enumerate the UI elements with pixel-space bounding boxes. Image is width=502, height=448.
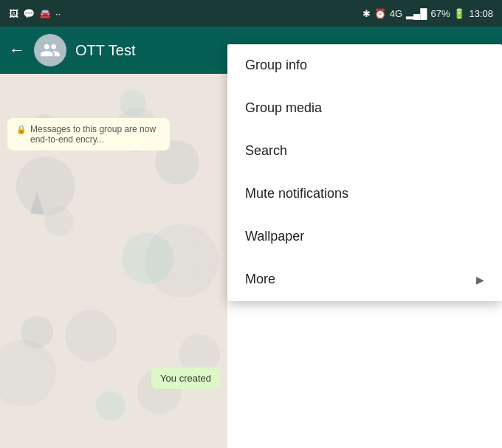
status-right-icons: ✱ ⏰ 4G ▂▄█ 67% 🔋 13:08 <box>362 8 493 19</box>
bluetooth-icon: ✱ <box>362 8 371 19</box>
dropdown-menu: Group info Group media Search Mute notif… <box>227 44 502 301</box>
status-bar: 🖼 💬 🚘 ·· ✱ ⏰ 4G ▂▄█ 67% 🔋 13:08 <box>0 0 502 27</box>
svg-point-4 <box>122 232 173 284</box>
lock-icon: 🔒 <box>16 125 27 134</box>
car-icon: 🚘 <box>39 8 51 19</box>
svg-point-3 <box>44 207 74 236</box>
menu-item-group-info-label: Group info <box>245 58 307 73</box>
battery-icon: 🔋 <box>453 8 465 19</box>
menu-item-more-label: More <box>245 272 275 287</box>
menu-item-search-label: Search <box>245 143 287 159</box>
network-type: 4G <box>390 8 402 19</box>
chevron-right-icon: ▶ <box>476 274 484 286</box>
menu-item-wallpaper-label: Wallpaper <box>245 229 304 244</box>
encryption-text: Messages to this group are now end-to-en… <box>30 124 161 145</box>
menu-item-wallpaper[interactable]: Wallpaper <box>227 216 502 258</box>
menu-item-mute-label: Mute notifications <box>245 186 348 201</box>
menu-item-group-media-label: Group media <box>245 100 322 116</box>
menu-item-group-media[interactable]: Group media <box>227 87 502 130</box>
gallery-icon: 🖼 <box>9 8 18 19</box>
signal-bars: ▂▄█ <box>406 8 427 19</box>
svg-point-7 <box>96 391 126 421</box>
menu-item-search[interactable]: Search <box>227 130 502 173</box>
chat-background: 🔒 Messages to this group are now end-to-… <box>0 74 227 448</box>
group-avatar-icon <box>40 40 61 61</box>
battery-percent: 67% <box>430 8 450 19</box>
svg-point-1 <box>120 90 146 117</box>
status-left-icons: 🖼 💬 🚘 ·· <box>9 8 61 19</box>
message-icon: 💬 <box>23 8 35 19</box>
you-created-bubble: You created <box>151 368 220 389</box>
alarm-icon: ⏰ <box>374 8 386 19</box>
avatar[interactable] <box>34 34 66 66</box>
menu-item-mute[interactable]: Mute notifications <box>227 173 502 216</box>
encryption-notice: 🔒 Messages to this group are now end-to-… <box>7 118 170 151</box>
svg-point-5 <box>21 316 53 348</box>
more-dots: ·· <box>55 8 61 19</box>
menu-item-group-info[interactable]: Group info <box>227 44 502 87</box>
menu-item-more[interactable]: More ▶ <box>227 258 502 301</box>
you-created-text: You created <box>160 373 211 384</box>
svg-marker-9 <box>30 192 44 214</box>
time-display: 13:08 <box>469 8 493 19</box>
back-button[interactable]: ← <box>9 41 25 60</box>
